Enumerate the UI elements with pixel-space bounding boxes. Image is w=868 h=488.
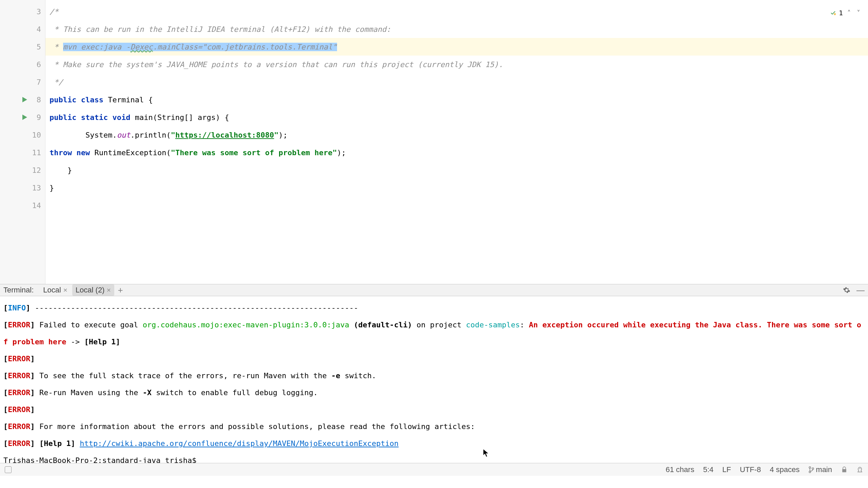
terminal-line: [ERROR] To see the full stack trace of t…	[3, 367, 865, 384]
inspection-count: 1	[839, 9, 843, 17]
terminal-output[interactable]: [INFO] ---------------------------------…	[0, 296, 868, 463]
code-line[interactable]: throw new RuntimeException("There was so…	[45, 144, 868, 161]
line-separator[interactable]: LF	[722, 465, 731, 474]
terminal-line: [INFO] ---------------------------------…	[3, 300, 865, 317]
code-line[interactable]: * This can be run in the IntelliJ IDEA t…	[45, 20, 868, 38]
line-number[interactable]: 10	[32, 131, 41, 139]
svg-point-0	[834, 13, 836, 15]
git-branch[interactable]: main	[808, 465, 832, 474]
terminal-label: Terminal:	[3, 286, 34, 294]
gutter: 34567891011121314	[0, 0, 45, 284]
selection-info: 61 chars	[666, 465, 694, 474]
svg-point-3	[812, 468, 814, 469]
terminal-line: [ERROR] Failed to execute goal org.codeh…	[3, 317, 865, 350]
line-number[interactable]: 4	[37, 25, 41, 34]
line-number[interactable]: 14	[32, 201, 41, 210]
add-terminal-tab-icon[interactable]: +	[118, 285, 123, 296]
terminal-tab[interactable]: Local✕	[40, 284, 71, 296]
line-number[interactable]: 7	[37, 78, 41, 86]
run-gutter-icon[interactable]	[22, 115, 27, 120]
prev-highlight-icon[interactable]: ˄	[846, 9, 852, 17]
terminal-tab[interactable]: Local (2)✕	[72, 284, 115, 296]
inspection-widget[interactable]: 1 ˄ ˅	[830, 9, 862, 17]
line-number[interactable]: 5	[37, 43, 41, 51]
code-line[interactable]	[45, 197, 868, 214]
code-line[interactable]: }	[45, 179, 868, 197]
code-line[interactable]: /*	[45, 3, 868, 20]
line-number[interactable]: 13	[32, 184, 41, 192]
code-line[interactable]: public static void main(String[] args) {	[45, 108, 868, 126]
code-line[interactable]: }	[45, 161, 868, 179]
run-gutter-icon[interactable]	[22, 97, 27, 102]
next-highlight-icon[interactable]: ˅	[855, 9, 862, 17]
code-line[interactable]: * mvn exec:java -Dexec.mainClass="com.je…	[45, 38, 868, 56]
inspector-icon[interactable]	[856, 466, 863, 473]
terminal-panel-header: Terminal: Local✕Local (2)✕ + —	[0, 284, 868, 296]
line-number[interactable]: 6	[37, 60, 41, 69]
hide-panel-icon[interactable]: —	[856, 285, 865, 295]
terminal-line: [ERROR]	[3, 350, 865, 367]
terminal-line: [ERROR] [Help 1] http://cwiki.apache.org…	[3, 435, 865, 452]
line-number[interactable]: 12	[32, 166, 41, 175]
file-encoding[interactable]: UTF-8	[740, 465, 761, 474]
svg-point-1	[809, 466, 811, 468]
editor[interactable]: 34567891011121314 /* * This can be run i…	[0, 0, 868, 284]
terminal-line: [ERROR] For more information about the e…	[3, 418, 865, 435]
close-tab-icon[interactable]: ✕	[63, 287, 67, 293]
gear-icon[interactable]	[843, 286, 850, 294]
line-number[interactable]: 8	[37, 96, 41, 104]
terminal-line: Trishas-MacBook-Pro-2:standard-java tris…	[3, 452, 865, 463]
branch-icon	[808, 466, 814, 473]
caret-position[interactable]: 5:4	[703, 465, 714, 474]
code-line[interactable]: System.out.println("https://localhost:80…	[45, 126, 868, 144]
indent-setting[interactable]: 4 spaces	[770, 465, 800, 474]
tool-window-icon[interactable]	[5, 466, 12, 473]
status-bar: 61 chars 5:4 LF UTF-8 4 spaces main	[0, 463, 868, 476]
code[interactable]: /* * This can be run in the IntelliJ IDE…	[45, 0, 868, 284]
line-number[interactable]: 11	[32, 148, 41, 157]
code-line[interactable]: * Make sure the system's JAVA_HOME point…	[45, 56, 868, 73]
check-warning-icon	[830, 10, 836, 16]
code-line[interactable]: */	[45, 73, 868, 91]
line-number[interactable]: 3	[37, 7, 41, 16]
terminal-line: [ERROR] Re-run Maven using the -X switch…	[3, 384, 865, 401]
line-number[interactable]: 9	[37, 113, 41, 122]
terminal-link[interactable]: http://cwiki.apache.org/confluence/displ…	[80, 439, 398, 448]
close-tab-icon[interactable]: ✕	[106, 287, 111, 293]
lock-icon[interactable]	[841, 466, 848, 473]
terminal-line: [ERROR]	[3, 401, 865, 418]
code-line[interactable]: public class Terminal {	[45, 91, 868, 108]
